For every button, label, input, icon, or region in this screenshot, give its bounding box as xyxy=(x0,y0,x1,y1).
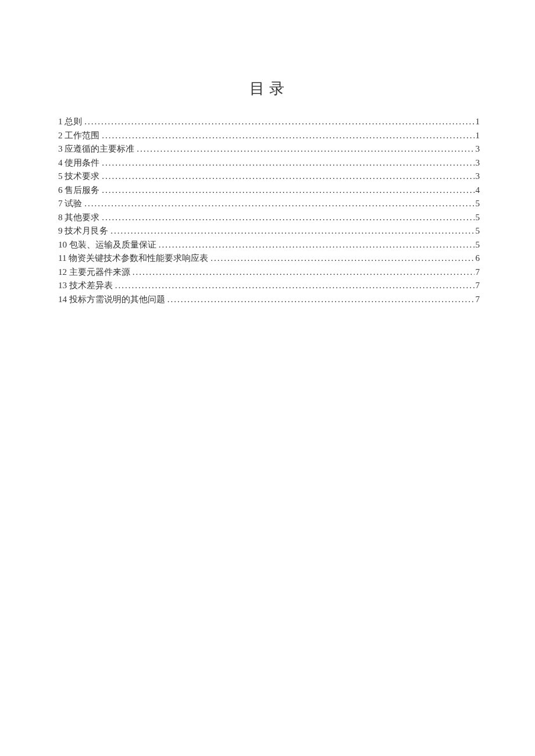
toc-entry-label: 5 技术要求 xyxy=(58,172,102,181)
toc-dots xyxy=(102,172,474,181)
toc-item: 9 技术月艮务 5 xyxy=(58,227,480,235)
toc-dots xyxy=(102,159,474,167)
toc-item: 14 投标方需说明的其他问题 7 xyxy=(58,295,480,304)
toc-entry-label: 14 投标方需说明的其他问题 xyxy=(58,295,167,304)
toc-entry-page: 7 xyxy=(475,281,480,290)
toc-entry-label: 11 物资关键技术参数和性能要求响应表 xyxy=(58,254,211,263)
toc-entry-page: 5 xyxy=(475,227,480,235)
toc-dots xyxy=(84,199,474,208)
toc-entry-label: 2 工作范围 xyxy=(58,131,102,140)
toc-item: 2 工作范围 1 xyxy=(58,131,480,140)
toc-entry-label: 4 使用条件 xyxy=(58,159,102,167)
toc-entry-page: 7 xyxy=(475,295,480,304)
toc-dots xyxy=(159,241,475,249)
toc-entry-page: 3 xyxy=(475,172,480,181)
toc-item: 13 技术差异表 7 xyxy=(58,281,480,290)
toc-dots xyxy=(102,213,474,222)
toc-dots xyxy=(167,295,475,304)
toc-item: 11 物资关键技术参数和性能要求响应表 6 xyxy=(58,254,480,263)
toc-entry-label: 3 应遵循的主要标准 xyxy=(58,145,137,153)
toc-entry-label: 8 其他要求 xyxy=(58,213,102,222)
toc-entry-page: 7 xyxy=(475,268,480,277)
toc-entry-page: 4 xyxy=(475,186,480,195)
toc-dots xyxy=(211,254,474,263)
toc-dots xyxy=(115,281,475,290)
toc-item: 10 包装、运输及质量保证 5 xyxy=(58,241,480,249)
toc-entry-label: 13 技术差异表 xyxy=(58,281,115,290)
toc-dots xyxy=(137,145,474,153)
toc-item: 5 技术要求 3 xyxy=(58,172,480,181)
toc-entry-label: 12 主要元器件来源 xyxy=(58,268,133,277)
toc-item: 12 主要元器件来源 7 xyxy=(58,268,480,277)
toc-dots xyxy=(110,227,474,235)
toc-entry-page: 1 xyxy=(475,131,480,140)
toc-entry-page: 3 xyxy=(475,145,480,153)
toc-list: 1 总则 1 2 工作范围 1 3 应遵循的主要标准 3 4 使用条件 3 5 … xyxy=(58,117,480,304)
toc-item: 1 总则 1 xyxy=(58,117,480,126)
toc-entry-label: 7 试验 xyxy=(58,199,84,208)
toc-entry-page: 5 xyxy=(475,199,480,208)
toc-dots xyxy=(102,131,474,140)
toc-item: 3 应遵循的主要标准 3 xyxy=(58,145,480,153)
toc-entry-page: 3 xyxy=(475,159,480,167)
toc-dots xyxy=(102,186,474,195)
toc-entry-label: 9 技术月艮务 xyxy=(58,227,110,235)
toc-entry-page: 5 xyxy=(475,213,480,222)
toc-entry-label: 10 包装、运输及质量保证 xyxy=(58,241,159,249)
toc-entry-page: 1 xyxy=(475,117,480,126)
toc-title: 目录 xyxy=(58,78,480,99)
toc-item: 7 试验 5 xyxy=(58,199,480,208)
toc-entry-page: 6 xyxy=(475,254,480,263)
toc-entry-page: 5 xyxy=(475,241,480,249)
toc-item: 6 售后服务 4 xyxy=(58,186,480,195)
toc-dots xyxy=(84,117,474,126)
toc-entry-label: 1 总则 xyxy=(58,117,84,126)
toc-entry-label: 6 售后服务 xyxy=(58,186,102,195)
toc-item: 8 其他要求 5 xyxy=(58,213,480,222)
toc-dots xyxy=(133,268,475,277)
toc-item: 4 使用条件 3 xyxy=(58,159,480,167)
